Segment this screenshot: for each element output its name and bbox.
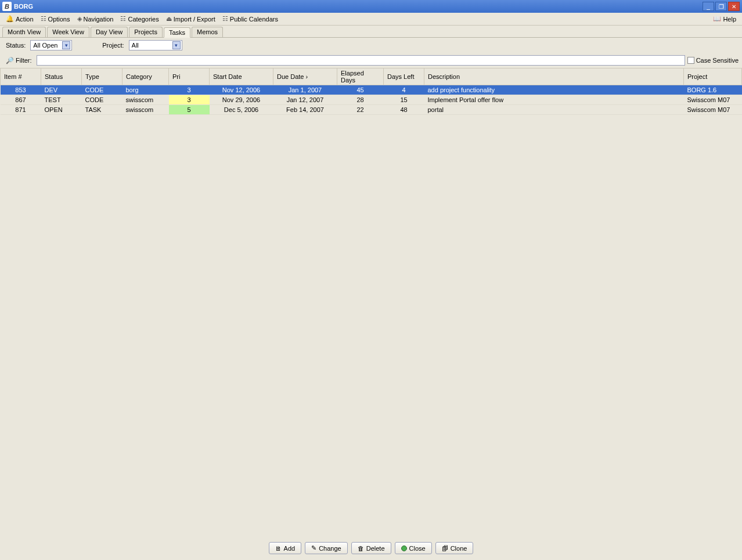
bell-icon: 🔔 [6, 15, 14, 23]
project-combo[interactable]: ▾ [129, 40, 182, 50]
help-icon: 📖 [713, 15, 721, 23]
tab-memos[interactable]: Memos [192, 27, 223, 37]
tab-tasks[interactable]: Tasks [164, 27, 190, 38]
tab-week-view[interactable]: Week View [47, 27, 89, 37]
sliders-icon: ☷ [41, 15, 46, 23]
tab-day-view[interactable]: Day View [91, 27, 128, 37]
app-icon: B [2, 2, 12, 11]
view-tabs: Month View Week View Day View Projects T… [0, 26, 742, 38]
status-label: Status: [3, 41, 28, 50]
tab-projects[interactable]: Projects [129, 27, 163, 37]
project-combo-input[interactable] [131, 41, 171, 49]
menu-public-calendars[interactable]: ☷Public Calendars [219, 14, 282, 24]
filter-label: 🔎 Filter: [3, 56, 34, 66]
list-icon: ☷ [120, 15, 126, 23]
calendar-icon: ☷ [222, 15, 228, 23]
status-combo-input[interactable] [32, 41, 61, 49]
tab-month-view[interactable]: Month View [2, 27, 46, 37]
chevron-down-icon[interactable]: ▾ [62, 41, 70, 49]
status-combo[interactable]: ▾ [30, 40, 72, 50]
chevron-down-icon[interactable]: ▾ [172, 41, 181, 49]
table-row[interactable]: 871OPENTASKswisscom5Dec 5, 2006Feb 14, 2… [1, 105, 742, 115]
menu-options[interactable]: ☷Options [37, 14, 74, 24]
tasks-table-header[interactable]: Item # Status Type Category Pri Start Da… [1, 68, 742, 85]
text-filter-bar: 🔎 Filter: Case Sensitive [0, 53, 742, 68]
maximize-button[interactable]: ❐ [715, 2, 727, 11]
menu-import-export[interactable]: ⏏Import / Export [163, 14, 219, 24]
transfer-icon: ⏏ [166, 15, 172, 23]
menu-action[interactable]: 🔔Action [2, 14, 37, 24]
tasks-table: Item # Status Type Category Pri Start Da… [0, 68, 742, 115]
filter-bar: Status: ▾ Project: ▾ [0, 38, 742, 53]
compass-icon: ◈ [77, 15, 82, 23]
table-row[interactable]: 867TESTCODEswisscom3Nov 29, 2006Jan 12, … [1, 95, 742, 105]
minimize-button[interactable]: _ [703, 2, 714, 11]
table-row[interactable]: 853DEVCODEborg3Nov 12, 2006Jan 1, 200745… [1, 85, 742, 95]
menubar: 🔔Action ☷Options ◈Navigation ☷Categories… [0, 13, 742, 26]
case-sensitive-checkbox[interactable]: Case Sensitive [687, 57, 739, 64]
filter-input[interactable] [37, 55, 685, 66]
main-titlebar: B BORG _ ❐ ✕ [0, 0, 742, 13]
menu-categories[interactable]: ☷Categories [117, 14, 162, 24]
menu-help[interactable]: 📖Help [709, 14, 740, 24]
close-button[interactable]: ✕ [728, 2, 740, 11]
app-title: BORG [14, 3, 703, 10]
project-label: Project: [100, 41, 126, 50]
binoculars-icon: 🔎 [6, 57, 14, 64]
menu-navigation[interactable]: ◈Navigation [74, 14, 117, 24]
